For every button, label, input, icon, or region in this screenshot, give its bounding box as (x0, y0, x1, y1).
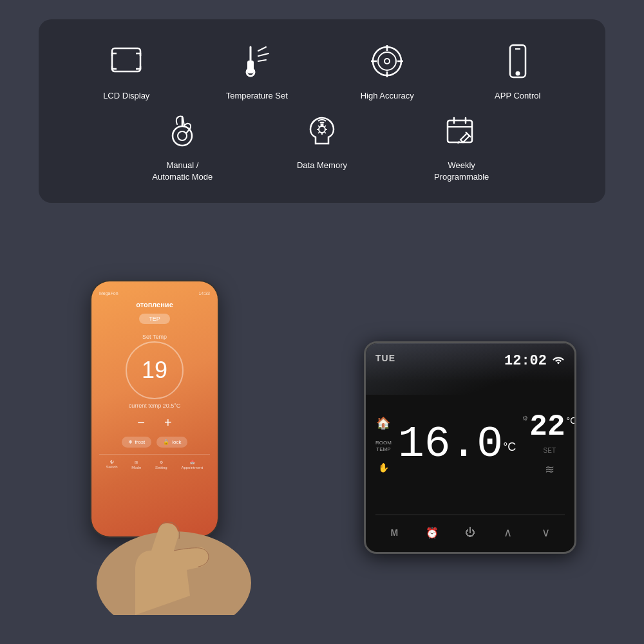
app-control-label: APP Control (495, 90, 540, 102)
current-temp-display: 16.0 °C (398, 422, 516, 466)
thermostat-left-icons: 🏠 ROOMTEMP ✋ (375, 416, 392, 472)
svg-point-7 (373, 47, 401, 75)
features-row-1: LCD Display Temperature Set (64, 39, 580, 102)
feature-lcd-display: LCD Display (64, 39, 189, 102)
weekly-programmable-label: WeeklyProgrammable (434, 160, 489, 183)
frost-lock-buttons: ❄ frost 🔒 lock (99, 437, 210, 448)
svg-line-5 (258, 53, 269, 56)
room-temp-area: ROOMTEMP (375, 440, 392, 452)
frost-label: frost (135, 439, 146, 445)
weekly-programmable-icon (439, 108, 484, 153)
m-label: M (391, 527, 399, 538)
time-text: 14:33 (198, 291, 210, 296)
set-temp-value: 22 (529, 412, 565, 442)
thermostat-main: 🏠 ROOMTEMP ✋ 16.0 °C ⚙ 22 °C (375, 374, 565, 515)
room-temp-label: ROOMTEMP (375, 440, 392, 452)
heating-waves-icon: ≋ (545, 462, 554, 477)
svg-point-8 (378, 52, 396, 70)
phone-container: MegaFon 14:33 отопление ТЕР Set Temp 19 … (39, 270, 309, 625)
svg-line-6 (258, 60, 266, 61)
current-temp-unit: °C (503, 440, 516, 454)
temperature-set-label: Temperature Set (226, 90, 288, 102)
lcd-display-icon (104, 39, 149, 84)
nav-switch-icon: ⏻ (110, 460, 114, 464)
thermostat-right-section: ⚙ 22 °C SET ≋ (522, 412, 576, 477)
feature-app-control: APP Control (456, 39, 580, 102)
gear-icon-small: ⚙ (522, 415, 528, 422)
svg-rect-3 (248, 61, 253, 73)
nav-appointment-icon: 📅 (190, 460, 194, 464)
set-temp-display: ⚙ 22 °C (522, 412, 576, 442)
svg-line-26 (325, 132, 326, 133)
data-memory-label: Data Memory (297, 160, 347, 171)
hand-touch-icon: ✋ (378, 462, 389, 473)
time-wifi-area: 12:02 (504, 353, 565, 369)
chevron-up-icon: ∧ (504, 526, 512, 540)
manual-auto-icon (160, 108, 205, 153)
down-button[interactable]: ∨ (535, 523, 558, 542)
svg-rect-0 (112, 48, 140, 71)
temperature-set-icon (234, 39, 279, 84)
minus-button[interactable]: − (137, 415, 145, 430)
svg-point-20 (319, 126, 325, 133)
current-temp-value: 16.0 (398, 422, 503, 466)
hand-svg (84, 467, 264, 615)
clock-button[interactable]: ⏰ (421, 523, 444, 542)
bottom-section: MegaFon 14:33 отопление ТЕР Set Temp 19 … (39, 270, 605, 625)
clock-icon: ⏰ (426, 527, 439, 539)
svg-point-29 (321, 124, 323, 126)
manual-auto-label: Manual /Automatic Mode (152, 160, 213, 183)
feature-temperature-set: Temperature Set (195, 39, 319, 102)
set-temp-value: 19 (142, 357, 167, 384)
svg-line-35 (458, 141, 459, 144)
phone-controls: − + (99, 415, 210, 430)
carrier-text: MegaFon (99, 291, 118, 296)
features-row-2: Manual /Automatic Mode (64, 108, 580, 183)
app-control-icon (495, 39, 540, 84)
set-temp-label: Set Temp (99, 334, 210, 340)
current-temp-label: current temp 20.5°C (99, 402, 210, 409)
frost-icon: ❄ (128, 439, 133, 445)
set-label: SET (544, 447, 556, 454)
high-accuracy-icon (365, 39, 410, 84)
high-accuracy-label: High Accuracy (361, 90, 414, 102)
lock-icon: 🔒 (163, 439, 169, 445)
svg-rect-30 (448, 120, 472, 142)
up-button[interactable]: ∧ (497, 523, 520, 542)
mode-button-m[interactable]: M (383, 523, 406, 542)
svg-line-4 (258, 47, 266, 51)
phone-mode-button[interactable]: ТЕР (139, 314, 170, 324)
phone-app-title: отопление (99, 301, 210, 308)
feature-high-accuracy: High Accuracy (325, 39, 450, 102)
thermostat-day: TUE (375, 353, 395, 363)
thermostat-top-bar: TUE 12:02 (375, 353, 565, 369)
power-icon: ⏻ (465, 527, 475, 538)
lock-button[interactable]: 🔒 lock (156, 437, 187, 448)
chevron-down-icon: ∨ (542, 526, 550, 540)
svg-line-27 (318, 132, 319, 133)
data-memory-icon (299, 108, 345, 153)
svg-line-25 (318, 126, 319, 127)
feature-weekly-programmable: WeeklyProgrammable (395, 108, 528, 183)
frost-button[interactable]: ❄ frost (122, 437, 152, 448)
phone-with-hand: MegaFon 14:33 отопление ТЕР Set Temp 19 … (84, 280, 264, 615)
wifi-icon (552, 355, 565, 367)
thermostat-buttons: M ⏰ ⏻ ∧ ∨ (375, 515, 565, 542)
phone-statusbar: MegaFon 14:33 (99, 291, 210, 296)
svg-point-18 (178, 131, 187, 140)
thermostat-device: TUE 12:02 🏠 ROOMTEMP (364, 341, 576, 554)
feature-data-memory: Data Memory (256, 108, 389, 183)
power-button[interactable]: ⏻ (459, 523, 482, 542)
svg-point-9 (384, 59, 390, 64)
lock-label: lock (172, 439, 181, 445)
set-temp-unit: °C (567, 415, 576, 426)
nav-mode-icon: ⊞ (135, 460, 138, 464)
svg-point-15 (516, 72, 519, 75)
plus-button[interactable]: + (164, 415, 172, 430)
heating-icons: ≋ (545, 462, 554, 477)
thermostat-container: TUE 12:02 🏠 ROOMTEMP (335, 341, 605, 554)
svg-line-28 (325, 126, 326, 127)
feature-manual-auto: Manual /Automatic Mode (116, 108, 249, 183)
thermostat-time: 12:02 (504, 353, 547, 369)
nav-setting-icon: ⚙ (160, 460, 163, 464)
